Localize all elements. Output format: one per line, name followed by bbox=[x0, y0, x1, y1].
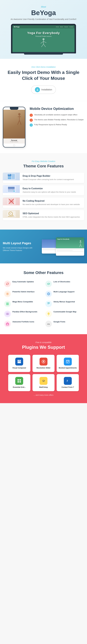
admin-text: Powerful Admin Interface bbox=[13, 290, 34, 293]
parallax-icon bbox=[4, 311, 11, 317]
feature-desc-customize: Awesome easy-to-use options will adjust … bbox=[23, 191, 82, 194]
multi-layout-text: Multi Layout Pages We create several Uni… bbox=[3, 241, 39, 252]
pin-icon bbox=[47, 302, 50, 306]
svg-rect-9 bbox=[8, 177, 11, 179]
mc-icon bbox=[40, 377, 47, 385]
svg-rect-41 bbox=[7, 313, 9, 313]
laptop-hero-content: Yoga For Everybody Personal Private Less… bbox=[13, 28, 74, 52]
feature-text-1: Absolutely all scrollable sections suppo… bbox=[34, 114, 77, 116]
svg-rect-11 bbox=[8, 174, 10, 175]
cf7-name: Contact Form 7 bbox=[62, 386, 74, 388]
fonts-title: Google Fonts bbox=[53, 321, 65, 323]
phone-subtitle: Private Lessons bbox=[4, 141, 24, 142]
laptop-sub-text: Personal Private Lessons bbox=[15, 36, 72, 37]
svg-point-31 bbox=[80, 240, 81, 242]
google-map-text: Customizable Google Map bbox=[53, 311, 76, 313]
download-icon bbox=[36, 88, 39, 91]
phone-home-button bbox=[3, 144, 25, 147]
cf7-icon: 7 bbox=[64, 377, 72, 385]
svg-text:</>: </> bbox=[10, 200, 13, 202]
features-label: For Easy Website Creation bbox=[3, 160, 84, 162]
drag-drop-illustration bbox=[6, 172, 16, 180]
feature-desc-drag: Visual Composer offers amazing tools for… bbox=[23, 178, 82, 181]
nav-item-3: Classes bbox=[64, 26, 68, 28]
svg-rect-39 bbox=[47, 304, 49, 304]
feature-num-3: 3 bbox=[30, 124, 33, 127]
svg-point-60 bbox=[43, 380, 43, 380]
svg-rect-36 bbox=[6, 304, 9, 305]
phone-title: Personal bbox=[4, 140, 24, 141]
phone-screen: Personal Private Lessons bbox=[3, 110, 25, 144]
laptop-nav-logo: BeYoga bbox=[14, 26, 20, 28]
mobile-feature-3: 3 Fully Responsive layout & Retina Ready bbox=[30, 124, 84, 127]
updates-icon bbox=[4, 280, 11, 287]
briefcase-icon bbox=[6, 322, 9, 326]
refresh-icon bbox=[6, 282, 9, 286]
install-button[interactable]: Installation bbox=[31, 86, 56, 94]
svg-point-0 bbox=[43, 38, 44, 40]
feature-title-customize: Easy to Customize bbox=[23, 187, 82, 190]
language-title: Multi Language Support bbox=[53, 290, 74, 293]
parallax-text: Parallax Effect Backgrounds bbox=[13, 311, 37, 313]
parallax-title: Parallax Effect Backgrounds bbox=[13, 311, 37, 313]
nav-item-4: Contact bbox=[69, 26, 73, 28]
brand-title: BeYoga bbox=[3, 9, 84, 17]
revolution-icon bbox=[40, 358, 47, 366]
vc-grid-icon bbox=[17, 360, 21, 364]
feature-item-seo: S SEO Optimized HTML code integrated int… bbox=[3, 210, 84, 220]
svg-rect-42 bbox=[7, 314, 9, 315]
mailchimp-icon bbox=[41, 379, 46, 383]
mobile-feature-1: 1 Absolutely all scrollable sections sup… bbox=[30, 114, 84, 117]
feature-thumb-seo: S bbox=[3, 210, 20, 218]
svg-rect-57 bbox=[20, 381, 21, 382]
other-features-title: Some Other Features bbox=[4, 270, 83, 275]
feature-item-drag-drop: Drag & Drop Page Builder Visual Composer… bbox=[3, 172, 84, 183]
mega-menu-icon bbox=[4, 301, 11, 307]
portfolio-icon bbox=[4, 321, 11, 327]
feature-info-nocoding: No Coding Required No need to be a profe… bbox=[23, 198, 84, 208]
eg-icon bbox=[15, 377, 23, 385]
free-label: Free & compatible bbox=[4, 341, 83, 344]
feature-item-customize: Easy to Customize Awesome easy-to-use op… bbox=[3, 185, 84, 196]
svg-line-2 bbox=[41, 41, 44, 44]
updates-text: Easy Automatic Updates bbox=[13, 280, 34, 283]
svg-point-59 bbox=[43, 380, 44, 381]
feature-desc-nocoding: No need to be a professional web develop… bbox=[23, 203, 82, 206]
grid-icon bbox=[17, 379, 21, 383]
admin-title: Powerful Admin Interface bbox=[13, 290, 34, 293]
code-icon bbox=[47, 282, 50, 286]
install-icon bbox=[35, 87, 40, 92]
more-plugins-text: ... and many more offers bbox=[4, 394, 83, 396]
seo-illustration: S bbox=[6, 210, 16, 218]
fonts-text: Google Fonts bbox=[53, 321, 65, 323]
laptop-mockup: BeYoga Home About Classes Contact Yoga F… bbox=[11, 24, 76, 54]
sticky-menu-title: Sticky Menus Supported bbox=[53, 301, 75, 303]
svg-text:S: S bbox=[10, 213, 11, 214]
feature-thumb-drag bbox=[3, 172, 20, 180]
feature-info-drag: Drag & Drop Page Builder Visual Composer… bbox=[23, 172, 84, 183]
feature-text-2: The theme uses Mobile Friendly sliders: … bbox=[34, 118, 83, 121]
svg-rect-50 bbox=[66, 360, 69, 363]
svg-rect-48 bbox=[18, 361, 21, 363]
yoga-figure-icon bbox=[39, 38, 48, 49]
svg-rect-55 bbox=[20, 379, 21, 380]
language-icon bbox=[45, 290, 52, 297]
google-map-title: Customizable Google Map bbox=[53, 311, 76, 313]
feature-info-customize: Easy to Customize Awesome easy-to-use op… bbox=[23, 185, 84, 196]
laptop-nav: BeYoga Home About Classes Contact bbox=[13, 25, 74, 28]
feature-num-2: 2 bbox=[30, 118, 33, 122]
svg-point-43 bbox=[48, 313, 49, 314]
laptop-hero-text: Yoga For Everybody bbox=[15, 31, 72, 35]
svg-rect-34 bbox=[6, 303, 9, 303]
plugins-grid: Visual Composer Revolution Slider bbox=[8, 355, 79, 391]
feature-fonts: Aa Google Fonts bbox=[45, 321, 83, 327]
svg-rect-30 bbox=[8, 216, 13, 216]
svg-rect-47 bbox=[19, 360, 21, 361]
feature-thumb-nocoding: </> bbox=[3, 198, 20, 205]
mega-menu-title: Mega Menu Compatible bbox=[13, 301, 33, 303]
hero-section: Meet BeYoga An Awesome User-Friendly Com… bbox=[0, 0, 87, 59]
menu-icon bbox=[6, 302, 9, 306]
sticky-menu-icon bbox=[45, 301, 52, 307]
language-text: Multi Language Support bbox=[53, 290, 74, 293]
other-features-section: Some Other Features Easy Automatic Updat… bbox=[0, 264, 87, 334]
